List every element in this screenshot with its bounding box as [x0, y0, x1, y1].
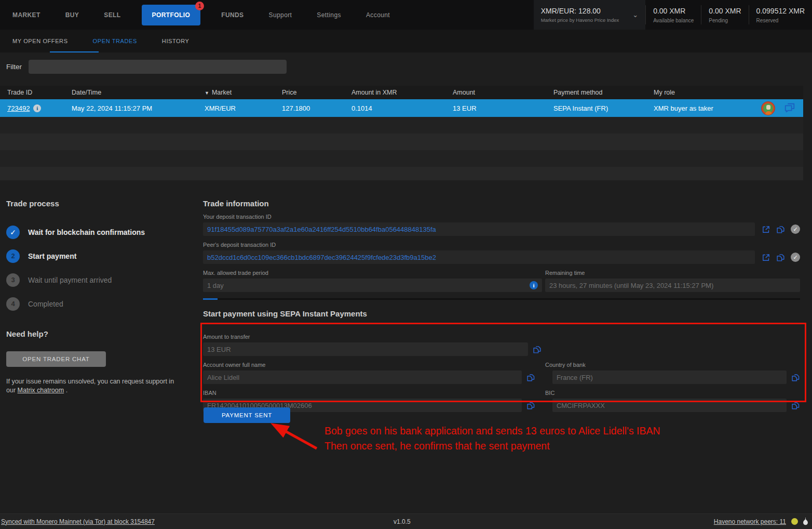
step-number: 3 — [6, 273, 20, 287]
trade-period-progress — [203, 298, 800, 300]
max-period-value: 1 day — [207, 282, 530, 289]
copy-icon[interactable] — [533, 345, 542, 354]
payment-section-title: Start payment using SEPA Instant Payment… — [203, 309, 800, 318]
bic-value: CMCIFRPAXXX — [557, 402, 605, 409]
copy-icon[interactable] — [776, 253, 785, 262]
trade-information-title: Trade information — [203, 199, 800, 208]
amount-field: 13 EUR — [203, 342, 528, 356]
row-my-role: XMR buyer as taker — [654, 104, 761, 112]
col-payment-method[interactable]: Payment method — [553, 89, 654, 96]
row-datetime: May 22, 2024 11:15:27 PM — [72, 104, 205, 112]
payment-sent-button[interactable]: PAYMENT SENT — [204, 407, 290, 423]
available-balance-value: 0.00 XMR — [653, 7, 694, 15]
reserved-balance-label: Reserved — [756, 18, 805, 23]
col-amount[interactable]: Amount — [453, 89, 553, 96]
available-balance: 0.00 XMR Available balance — [646, 0, 701, 30]
trade-id-link[interactable]: 723492 — [7, 104, 30, 112]
filter-label: Filter — [6, 63, 22, 71]
col-market[interactable]: ▼Market — [205, 89, 282, 96]
network-peers-link[interactable]: Haveno network peers: 11 — [714, 518, 786, 525]
annotation-line-2: Then once sent, he confirms that he sent… — [324, 439, 660, 454]
nav-portfolio[interactable]: PORTFOLIO 1 — [142, 5, 201, 25]
copy-icon[interactable] — [526, 401, 535, 410]
open-trades-table: Trade ID Date/Time ▼Market Price Amount … — [0, 86, 803, 180]
info-icon[interactable]: i — [530, 281, 538, 289]
sync-status-link[interactable]: Synced with Monero Mainnet (via Tor) at … — [1, 518, 155, 525]
pending-balance-label: Pending — [709, 18, 741, 23]
col-my-role[interactable]: My role — [654, 89, 803, 96]
remaining-time-label: Remaining time — [545, 270, 585, 276]
haveno-app: MARKET BUY SELL PORTFOLIO 1 FUNDS Suppor… — [0, 0, 812, 529]
copy-icon[interactable] — [791, 373, 800, 382]
copy-icon[interactable] — [791, 401, 800, 410]
amount-value: 13 EUR — [207, 346, 231, 353]
peer-txid-label: Peer's deposit transaction ID — [203, 242, 800, 248]
step-label: Wait until payment arrived — [28, 276, 112, 284]
col-datetime[interactable]: Date/Time — [72, 89, 205, 96]
table-row-empty — [0, 150, 803, 167]
nav-market[interactable]: MARKET — [0, 11, 53, 19]
step-label: Completed — [28, 300, 63, 308]
tab-my-open-offers[interactable]: MY OPEN OFFERS — [0, 38, 80, 44]
tab-open-trades[interactable]: OPEN TRADES — [80, 38, 150, 44]
sort-desc-icon: ▼ — [205, 90, 209, 96]
nav-settings[interactable]: Settings — [304, 11, 354, 19]
nav-funds[interactable]: FUNDS — [209, 11, 256, 19]
nav-sell[interactable]: SELL — [91, 11, 133, 19]
col-amount-xmr[interactable]: Amount in XMR — [351, 89, 453, 96]
chevron-down-icon: ⌄ — [632, 11, 638, 19]
copy-icon[interactable] — [526, 373, 535, 382]
col-trade-id[interactable]: Trade ID — [0, 89, 72, 96]
trader-avatar-icon[interactable] — [761, 101, 775, 115]
iban-label: IBAN — [203, 390, 545, 396]
market-price-source: Market price by Haveno Price Index — [541, 17, 619, 23]
pending-balance-value: 0.00 XMR — [709, 7, 741, 15]
chat-icon[interactable] — [783, 102, 796, 114]
nav-support[interactable]: Support — [256, 11, 305, 19]
country-value: France (FR) — [557, 374, 593, 381]
confirmed-check-icon: ✓ — [791, 224, 800, 234]
nav-buy[interactable]: BUY — [53, 11, 92, 19]
market-price-selector[interactable]: XMR/EUR: 128.00 Market price by Haveno P… — [534, 0, 645, 30]
step-start-payment: 2 Start payment — [6, 244, 194, 268]
reserved-balance: 0.099512 XMR Reserved — [749, 0, 812, 30]
matrix-chatroom-link[interactable]: Matrix chatroom — [18, 387, 64, 394]
bic-field: CMCIFRPAXXX — [552, 399, 787, 412]
trade-steps: ✓ Wait for blockchain confirmations 2 St… — [6, 220, 194, 316]
your-txid-field[interactable]: 91f18455d089a75770a3af2a1e60a2416ff254d5… — [203, 222, 755, 236]
row-amount-xmr: 0.1014 — [351, 104, 453, 112]
copy-icon[interactable] — [776, 225, 785, 234]
nav-balances-area: XMR/EUR: 128.00 Market price by Haveno P… — [534, 0, 812, 30]
info-icon[interactable]: i — [33, 104, 41, 112]
col-price[interactable]: Price — [282, 89, 351, 96]
row-amount: 13 EUR — [453, 104, 553, 112]
max-period-field: 1 day i — [203, 279, 542, 292]
step-completed: 4 Completed — [6, 292, 194, 316]
peer-txid-field[interactable]: b52dccd1c6d0cc109ec366cb1bdc6897dec39624… — [203, 250, 755, 264]
external-link-icon[interactable] — [762, 253, 770, 262]
country-label: Country of bank — [545, 362, 586, 368]
external-link-icon[interactable] — [762, 225, 770, 234]
annotation-text: Bob goes on his bank application and sen… — [324, 424, 660, 454]
row-price: 127.1800 — [282, 104, 351, 112]
filter-input[interactable] — [29, 60, 287, 74]
amount-label: Amount to transfer — [203, 334, 800, 340]
sepa-payment-section: Start payment using SEPA Instant Payment… — [203, 309, 800, 412]
tab-history[interactable]: HISTORY — [150, 38, 202, 44]
step-wait-confirmations: ✓ Wait for blockchain confirmations — [6, 220, 194, 244]
nav-account[interactable]: Account — [354, 11, 402, 19]
support-text-suffix: . — [66, 387, 67, 394]
owner-field: Alice Lidell — [203, 371, 522, 384]
open-trader-chat-button[interactable]: OPEN TRADER CHAT — [6, 351, 106, 367]
annotation-line-1: Bob goes on his bank application and sen… — [324, 424, 660, 439]
step-label: Wait for blockchain confirmations — [28, 228, 145, 236]
price-feed-status-icon — [791, 518, 798, 525]
check-icon: ✓ — [6, 226, 20, 239]
need-help-title: Need help? — [6, 329, 194, 338]
table-row-empty — [0, 134, 803, 150]
app-version: v1.0.5 — [394, 518, 411, 525]
status-bar: Synced with Monero Mainnet (via Tor) at … — [0, 513, 812, 529]
table-row[interactable]: 723492 i May 22, 2024 11:15:27 PM XMR/EU… — [0, 99, 803, 117]
pending-balance: 0.00 XMR Pending — [701, 0, 748, 30]
owner-value: Alice Lidell — [207, 374, 239, 381]
